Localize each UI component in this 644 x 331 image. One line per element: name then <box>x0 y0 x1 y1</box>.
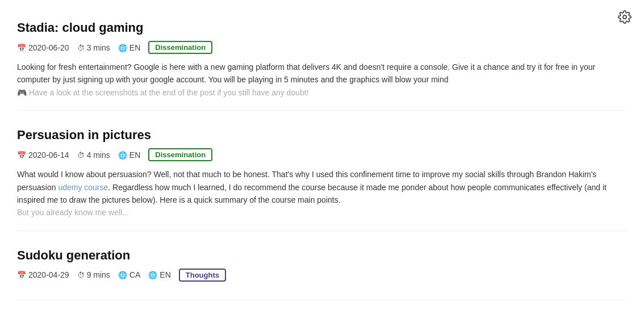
post-excerpt: Looking for fresh entertainment? Google … <box>17 61 627 99</box>
calendar-icon <box>17 43 26 52</box>
post-meta: 2020-06-20 3 mins EN Dissemination <box>17 41 627 54</box>
excerpt-faded: But you already know me well... <box>17 208 129 217</box>
post-excerpt: What would I know about persuasion? Well… <box>17 168 627 219</box>
post-date: 2020-06-20 <box>28 43 69 52</box>
post-time-item: 4 mins <box>77 150 110 160</box>
post-lang2: EN <box>160 270 170 279</box>
post-lang1-item: CA <box>118 270 140 279</box>
globe-icon <box>118 43 127 52</box>
post-meta: 2020-06-14 4 mins EN Dissemination <box>17 148 627 161</box>
post-date-item: 2020-04-29 <box>17 270 69 279</box>
post-date-item: 2020-06-20 <box>17 43 69 52</box>
settings-icon[interactable] <box>618 10 632 27</box>
post-tag[interactable]: Thoughts <box>179 269 226 282</box>
post-lang-item: EN <box>118 150 140 160</box>
post-item: Persuasion in pictures 2020-06-14 4 mins… <box>17 128 627 231</box>
post-lang-item: EN <box>118 43 140 52</box>
post-tag[interactable]: Dissemination <box>148 41 212 54</box>
post-meta: 2020-04-29 9 mins CA EN Thoughts <box>17 269 627 282</box>
post-date: 2020-06-14 <box>28 150 69 160</box>
post-title[interactable]: Sudoku generation <box>17 248 627 263</box>
excerpt-text: Looking for fresh entertainment? Google … <box>17 62 595 84</box>
post-lang: EN <box>129 43 140 52</box>
post-time-item: 9 mins <box>77 270 110 279</box>
post-date: 2020-04-29 <box>28 270 69 279</box>
udemy-link[interactable]: udemy course <box>58 183 108 192</box>
post-lang2-item: EN <box>148 270 170 279</box>
clock-icon <box>77 270 85 279</box>
excerpt-faded: 🎮 Have a look at the screenshots at the … <box>17 88 309 97</box>
post-lang: EN <box>129 150 140 160</box>
globe-icon <box>118 150 127 160</box>
svg-point-0 <box>623 15 626 19</box>
post-title[interactable]: Persuasion in pictures <box>17 128 627 143</box>
post-read-time: 4 mins <box>87 150 110 160</box>
clock-icon <box>77 150 85 160</box>
post-tag[interactable]: Dissemination <box>148 148 212 161</box>
globe-icon <box>118 270 127 279</box>
calendar-icon <box>17 270 26 279</box>
post-item: Stadia: cloud gaming 2020-06-20 3 mins E… <box>17 20 627 111</box>
post-date-item: 2020-06-14 <box>17 150 69 160</box>
globe-icon <box>148 270 157 279</box>
calendar-icon <box>17 150 26 160</box>
post-read-time: 9 mins <box>87 270 110 279</box>
post-title[interactable]: Stadia: cloud gaming <box>17 20 627 35</box>
clock-icon <box>77 43 85 52</box>
post-time-item: 3 mins <box>77 43 110 52</box>
post-lang1: CA <box>129 270 140 279</box>
post-read-time: 3 mins <box>87 43 110 52</box>
post-item: Sudoku generation 2020-04-29 9 mins CA E… <box>17 248 627 300</box>
